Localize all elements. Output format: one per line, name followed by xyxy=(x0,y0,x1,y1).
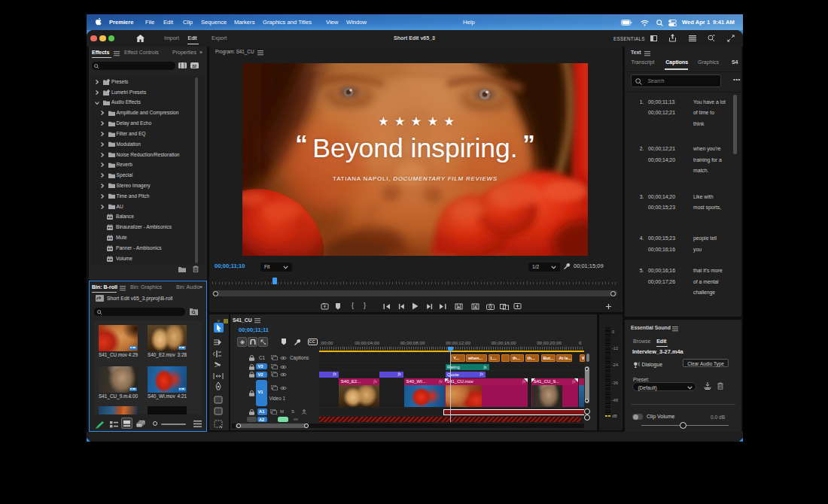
svg-text:32: 32 xyxy=(192,64,196,68)
